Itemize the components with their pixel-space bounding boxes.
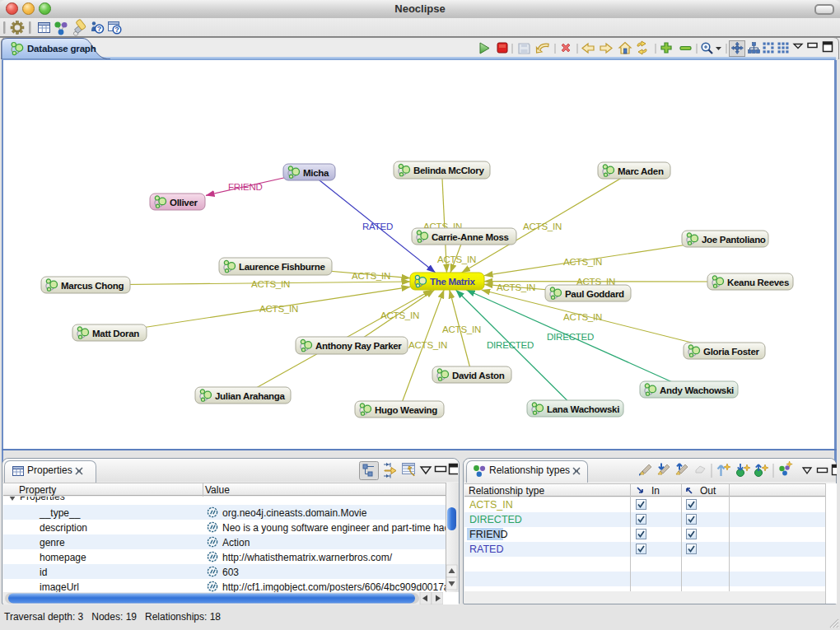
svg-text:ACTS_IN: ACTS_IN bbox=[523, 222, 562, 231]
svg-text:ACTS_IN: ACTS_IN bbox=[497, 282, 535, 292]
svg-text:Paul Goddard: Paul Goddard bbox=[565, 289, 624, 299]
svg-text:Belinda McClory: Belinda McClory bbox=[413, 166, 485, 175]
svg-text:Matt Doran: Matt Doran bbox=[92, 329, 139, 338]
svg-text:Anthony Ray Parker: Anthony Ray Parker bbox=[315, 341, 402, 351]
svg-text:Gloria Foster: Gloria Foster bbox=[703, 347, 759, 357]
svg-text:DIRECTED: DIRECTED bbox=[487, 340, 534, 350]
svg-text:Keanu Reeves: Keanu Reeves bbox=[727, 278, 789, 287]
svg-text:ACTS_IN: ACTS_IN bbox=[442, 324, 481, 334]
svg-text:RATED: RATED bbox=[362, 222, 393, 231]
svg-text:DIRECTED: DIRECTED bbox=[547, 332, 594, 342]
svg-text:Marc Aden: Marc Aden bbox=[618, 166, 664, 176]
svg-text:Marcus Chong: Marcus Chong bbox=[61, 281, 124, 291]
svg-text:Joe Pantoliano: Joe Pantoliano bbox=[702, 235, 766, 245]
svg-text:Andy Wachowski: Andy Wachowski bbox=[660, 385, 734, 395]
svg-text:Carrie-Anne Moss: Carrie-Anne Moss bbox=[432, 232, 509, 242]
svg-text:FRIEND: FRIEND bbox=[228, 182, 263, 192]
svg-text:ACTS_IN: ACTS_IN bbox=[251, 279, 290, 289]
svg-text:ACTS_IN: ACTS_IN bbox=[563, 257, 602, 267]
svg-text:Lana Wachowski: Lana Wachowski bbox=[547, 404, 619, 414]
svg-text:ACTS_IN: ACTS_IN bbox=[380, 310, 419, 320]
svg-text:Micha: Micha bbox=[303, 168, 329, 178]
svg-text:ACTS_IN: ACTS_IN bbox=[408, 340, 447, 350]
svg-text:Olliver: Olliver bbox=[170, 198, 198, 208]
svg-text:ACTS_IN: ACTS_IN bbox=[352, 271, 390, 281]
svg-text:Laurence Fishburne: Laurence Fishburne bbox=[239, 262, 325, 272]
svg-text:ACTS_IN: ACTS_IN bbox=[563, 312, 602, 322]
svg-text:The Matrix: The Matrix bbox=[430, 277, 475, 287]
svg-text:ACTS_IN: ACTS_IN bbox=[259, 304, 298, 314]
svg-text:ACTS_IN: ACTS_IN bbox=[437, 254, 476, 264]
svg-text:?: ? bbox=[97, 25, 102, 33]
svg-text:?: ? bbox=[114, 26, 119, 34]
svg-text:Julian Arahanga: Julian Arahanga bbox=[215, 391, 285, 401]
svg-text:David Aston: David Aston bbox=[452, 371, 505, 380]
svg-text:Database graph: Database graph bbox=[27, 44, 96, 54]
svg-text:Hugo Weaving: Hugo Weaving bbox=[375, 405, 437, 415]
